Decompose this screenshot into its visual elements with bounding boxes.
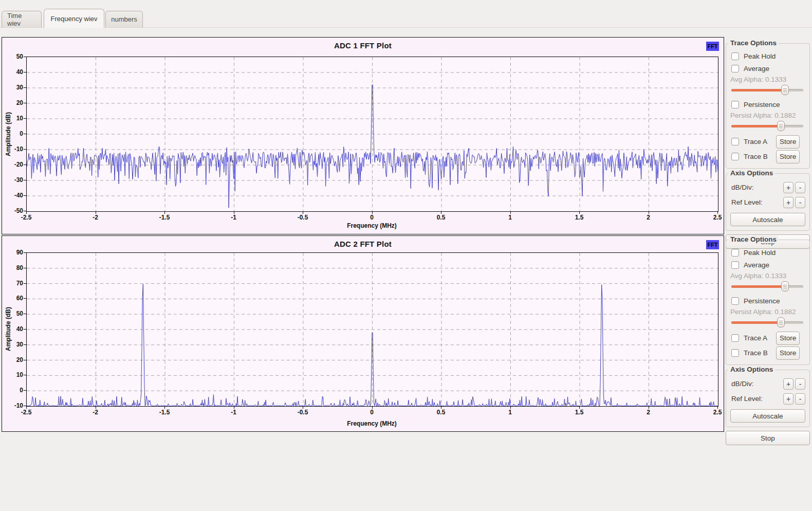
y-tick-mark [24,375,26,375]
x-axis-label: Frequency (MHz) [26,420,717,427]
y-tick-label: 30 [4,341,23,348]
trace-a-label: Trace A [744,334,767,342]
y-tick-label: 40 [4,68,23,76]
avg-alpha-label: Avg Alpha: 0.1333 [730,75,805,85]
db-div-increase-button[interactable]: + [783,378,793,390]
persist-alpha-slider[interactable] [731,121,803,131]
db-div-increase-button[interactable]: + [783,182,793,193]
group-title: Trace Options [728,39,779,47]
tab-label: Frequency wiev [50,15,97,23]
x-tick-mark [26,211,27,214]
store-trace-a-button[interactable]: Store [776,332,800,345]
db-div-row: dB/Div: + - [730,376,805,391]
x-tick-mark [234,406,234,409]
y-tick-mark [24,195,26,196]
y-tick-label: 10 [4,371,23,378]
ref-level-row: Ref Level: + - [730,195,805,210]
tab-frequency-view[interactable]: Frequency wiev [44,9,104,28]
x-tick-label: 0.5 [429,409,453,416]
x-tick-label: -2 [83,409,108,416]
tab-numbers[interactable]: numbers [105,11,143,27]
x-tick-mark [649,406,649,409]
slider-track[interactable] [731,321,803,324]
slider-handle[interactable] [781,281,789,291]
ref-level-increase-button[interactable]: + [783,393,793,405]
adc1-fft-plot-box: ADC 1 FFT Plot FFT Amplitude (dB) Freque… [2,37,724,234]
autoscale-button[interactable]: Autoscale [730,213,805,226]
y-tick-mark [24,180,26,180]
store-trace-a-button[interactable]: Store [776,135,800,149]
y-tick-label: 30 [4,84,23,91]
avg-alpha-slider[interactable] [731,281,803,291]
ref-level-increase-button[interactable]: + [783,197,793,208]
y-tick-label: 50 [4,310,23,317]
trace-b-checkbox[interactable] [731,153,739,160]
y-tick-mark [24,165,26,165]
trace-a-checkbox[interactable] [731,138,739,145]
x-tick-mark [510,406,511,409]
peak-hold-row: Peak Hold [730,50,805,62]
ref-level-label: Ref Level: [731,395,763,403]
avg-alpha-slider[interactable] [731,85,803,95]
x-axis-label: Frequency (MHz) [26,222,717,229]
y-tick-mark [24,149,26,150]
trace-options-group: Trace Options Peak Hold Average Avg Alph… [726,240,810,365]
x-tick-label: -1 [222,214,246,221]
plot-title: ADC 1 FFT Plot [2,41,724,50]
slider-track[interactable] [731,285,803,288]
x-tick-label: 2 [636,409,661,416]
plot-canvas[interactable] [26,57,718,212]
stop-button[interactable]: Stop [726,431,810,445]
fft-badge: FFT [706,42,719,51]
trace-b-label: Trace B [744,153,768,160]
average-checkbox[interactable] [731,261,739,269]
x-tick-mark [649,211,649,214]
peak-hold-checkbox[interactable] [731,52,739,60]
x-tick-label: -2.5 [14,214,39,221]
x-tick-label: 1.5 [567,214,592,221]
y-tick-label: 90 [4,249,23,256]
autoscale-button[interactable]: Autoscale [730,409,805,423]
tab-time-view[interactable]: Time wiev [2,11,42,27]
x-tick-label: -0.5 [290,409,315,416]
trace-b-row: Trace B Store [730,149,805,164]
peak-hold-checkbox[interactable] [731,249,739,257]
trace-b-label: Trace B [744,349,768,357]
slider-handle[interactable] [777,121,785,131]
db-div-decrease-button[interactable]: - [795,378,805,390]
trace-a-checkbox[interactable] [731,334,739,342]
x-tick-label: -1 [222,409,246,416]
slider-track[interactable] [731,125,803,127]
average-row: Average [730,259,805,271]
ref-level-decrease-button[interactable]: - [795,393,805,405]
slider-track[interactable] [731,89,803,92]
plot-canvas[interactable] [26,252,718,407]
persistence-label: Persistence [744,101,780,108]
y-tick-mark [24,252,26,253]
x-tick-mark [164,406,165,409]
store-trace-b-button[interactable]: Store [776,346,800,360]
y-tick-mark [24,360,26,360]
store-trace-b-button[interactable]: Store [776,150,800,163]
persist-alpha-slider[interactable] [731,317,803,327]
ref-level-label: Ref Level: [731,198,763,206]
ref-level-decrease-button[interactable]: - [795,197,805,208]
y-tick-label: 20 [4,99,23,106]
control-panel-adc1: Trace Options Peak Hold Average Avg Alph… [726,39,810,249]
persistence-checkbox[interactable] [731,101,739,108]
x-tick-mark [234,211,234,214]
persistence-label: Persistence [744,297,780,305]
axis-options-group: Axis Options dB/Div: + - Ref Level: + - … [726,370,810,427]
y-tick-label: 0 [4,130,23,137]
db-div-decrease-button[interactable]: - [795,182,805,193]
trace-b-checkbox[interactable] [731,349,739,357]
average-checkbox[interactable] [731,65,739,72]
average-label: Average [744,65,769,72]
persistence-checkbox[interactable] [731,297,739,305]
persistence-row: Persistence [730,295,805,307]
x-tick-mark [441,406,441,409]
slider-handle[interactable] [781,85,789,95]
slider-handle[interactable] [777,317,785,327]
x-tick-mark [510,211,511,214]
x-tick-mark [579,406,580,409]
